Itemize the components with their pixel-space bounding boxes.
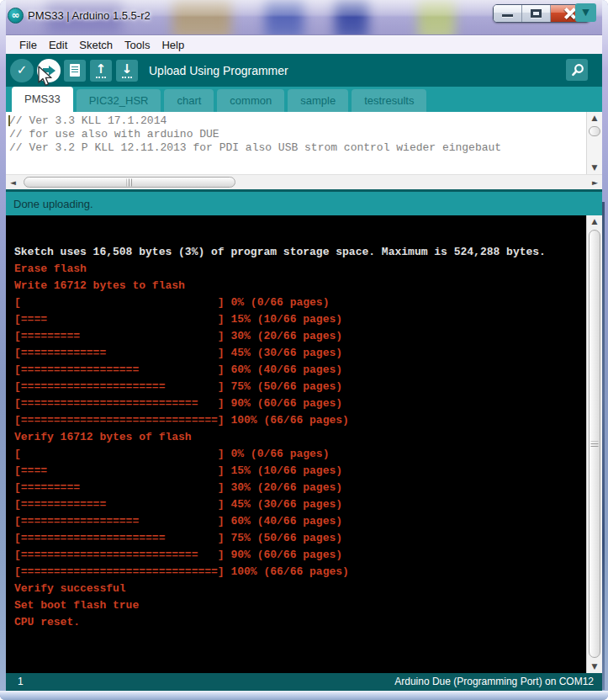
console-line: [==== ] 15% (10/66 pages) bbox=[14, 311, 602, 328]
scroll-up-icon[interactable]: ▲ bbox=[587, 112, 602, 125]
chevron-down-icon: ▼ bbox=[582, 7, 589, 18]
scroll-down-icon[interactable]: ▼ bbox=[587, 660, 602, 673]
code-editor[interactable]: // Ver 3.3 KLL 17.1.2014// for use also … bbox=[6, 112, 602, 174]
console-line: [============= ] 45% (30/66 pages) bbox=[14, 496, 602, 513]
open-up-arrow-icon: ↑ bbox=[96, 63, 107, 78]
console-output[interactable]: Sketch uses 16,508 bytes (3%) of program… bbox=[6, 215, 602, 673]
console-scrollbar-thumb[interactable] bbox=[589, 230, 600, 658]
board-port-info: Arduino Due (Programming Port) on COM12 bbox=[394, 673, 594, 691]
console-line: [================== ] 60% (40/66 pages) bbox=[14, 513, 602, 530]
editor-scrollbar-thumb[interactable] bbox=[589, 126, 600, 136]
line-number: 1 bbox=[18, 673, 24, 691]
magnifier-icon bbox=[570, 63, 584, 77]
footer-status-bar: 1 Arduino Due (Programming Port) on COM1… bbox=[6, 673, 602, 691]
console-line: Verify successful bbox=[14, 581, 602, 597]
upload-arrow-icon bbox=[43, 66, 56, 76]
console-line: [==== ] 15% (10/66 pages) bbox=[14, 463, 602, 480]
console-line: [============= ] 45% (30/66 pages) bbox=[14, 345, 602, 362]
console-line: [=========================== ] 90% (60/6… bbox=[14, 395, 602, 412]
window-border-left bbox=[0, 0, 6, 700]
verify-check-icon: ✓ bbox=[17, 64, 28, 77]
console-line: [====================== ] 75% (50/66 pag… bbox=[14, 379, 602, 395]
new-document-icon bbox=[70, 64, 80, 77]
window-border-bottom bbox=[0, 691, 608, 700]
scroll-left-icon[interactable]: ◄ bbox=[6, 175, 20, 189]
console-line: Set boot flash true bbox=[14, 597, 602, 614]
console-line: [==============================] 100% (6… bbox=[14, 564, 602, 581]
console-line: [=========================== ] 90% (60/6… bbox=[14, 547, 602, 564]
console-line: [ ] 0% (0/66 pages) bbox=[14, 446, 602, 463]
thumb-grip bbox=[127, 178, 133, 186]
menu-bar: FileEditSketchToolsHelp bbox=[6, 35, 602, 54]
menu-item[interactable]: Edit bbox=[43, 39, 73, 51]
arduino-ide-window: ∞ PMS33 | Arduino 1.5.5-r2 FileEditSketc… bbox=[0, 0, 608, 700]
console-line: [========= ] 30% (20/66 pages) bbox=[14, 480, 602, 496]
code-lines: // Ver 3.3 KLL 17.1.2014// for use also … bbox=[6, 112, 602, 155]
menu-item[interactable]: Help bbox=[156, 39, 190, 51]
arduino-logo-icon: ∞ bbox=[8, 8, 24, 24]
editor-tab[interactable]: testresults bbox=[352, 89, 426, 112]
console-line: [==============================] 100% (6… bbox=[14, 412, 602, 429]
scroll-right-icon[interactable]: ► bbox=[588, 175, 602, 189]
tab-menu-button[interactable]: ▼ bbox=[575, 3, 596, 22]
console-line: [====================== ] 75% (50/66 pag… bbox=[14, 530, 602, 547]
thumb-grip bbox=[591, 441, 599, 447]
status-message: Done uploading. bbox=[13, 198, 602, 210]
upload-button[interactable] bbox=[37, 59, 61, 82]
tab-strip: PMS33PIC32_HSRchartcommonsampletestresul… bbox=[6, 87, 602, 112]
editor-tab[interactable]: sample bbox=[288, 89, 348, 112]
console-line: [================== ] 60% (40/66 pages) bbox=[14, 362, 602, 379]
window-border-right bbox=[602, 0, 608, 700]
text-caret bbox=[8, 115, 10, 126]
save-down-arrow-icon: ↓ bbox=[122, 63, 133, 78]
console-line: Write 16712 bytes to flash bbox=[14, 278, 602, 294]
editor-tab[interactable]: common bbox=[217, 89, 284, 112]
console-line: Sketch uses 16,508 bytes (3%) of program… bbox=[14, 244, 602, 261]
verify-button[interactable]: ✓ bbox=[10, 59, 34, 82]
editor-horizontal-scrollbar[interactable]: ◄ ► bbox=[6, 174, 602, 189]
open-sketch-button[interactable]: ↑ bbox=[90, 60, 112, 82]
scroll-down-icon[interactable]: ▼ bbox=[587, 162, 602, 174]
editor-tab[interactable]: PIC32_HSR bbox=[77, 89, 161, 112]
editor-tab[interactable]: chart bbox=[164, 89, 214, 112]
upload-status-bar: Done uploading. bbox=[6, 189, 602, 215]
save-sketch-button[interactable]: ↓ bbox=[116, 60, 138, 82]
menu-item[interactable]: Tools bbox=[119, 39, 156, 51]
editor-tab[interactable]: PMS33 bbox=[12, 87, 73, 112]
toolbar-status-text: Upload Using Programmer bbox=[149, 64, 288, 77]
code-line: // Ver 3.3 KLL 17.1.2014 bbox=[6, 114, 602, 128]
toolbar: ✓ ↑ ↓ Upload Using Programmer bbox=[6, 54, 602, 87]
serial-monitor-button[interactable] bbox=[566, 59, 588, 81]
maximize-icon bbox=[531, 9, 542, 18]
minimize-button[interactable] bbox=[494, 5, 522, 22]
title-bar[interactable]: ∞ PMS33 | Arduino 1.5.5-r2 bbox=[0, 0, 608, 35]
console-line: [========= ] 30% (20/66 pages) bbox=[14, 328, 602, 345]
console-line: Erase flash bbox=[14, 261, 602, 278]
console-line: Verify 16712 bytes of flash bbox=[14, 429, 602, 446]
console-vertical-scrollbar[interactable]: ▲ ▼ bbox=[586, 215, 602, 673]
new-sketch-button[interactable] bbox=[64, 60, 86, 82]
console-line: CPU reset. bbox=[14, 614, 602, 631]
scroll-up-icon[interactable]: ▲ bbox=[587, 215, 602, 228]
editor-vertical-scrollbar[interactable]: ▲ ▼ bbox=[586, 112, 602, 174]
console-line: [ ] 0% (0/66 pages) bbox=[14, 294, 602, 311]
menu-item[interactable]: Sketch bbox=[73, 39, 119, 51]
minimize-icon bbox=[502, 14, 513, 17]
code-line: // for use also with arduino DUE bbox=[6, 128, 602, 141]
maximize-button[interactable] bbox=[522, 5, 551, 22]
menu-item[interactable]: File bbox=[13, 39, 43, 51]
hscrollbar-thumb[interactable] bbox=[24, 177, 235, 188]
window-title: PMS33 | Arduino 1.5.5-r2 bbox=[28, 9, 151, 22]
code-line: // Ver 3.2 P KLL 12.11.2013 for PDI also… bbox=[6, 141, 602, 155]
